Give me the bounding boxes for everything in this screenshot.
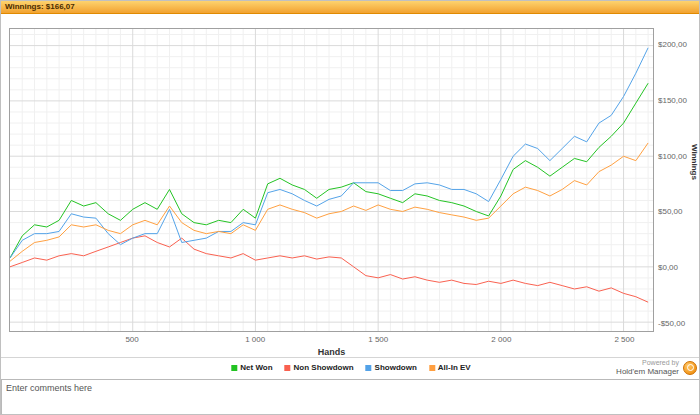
winnings-titlebar: Winnings: $166,07 bbox=[1, 1, 699, 14]
powered-by: Powered by Hold'em Manager bbox=[616, 359, 697, 376]
x-tick-label: 1 000 bbox=[245, 335, 265, 344]
x-tick-label: 2 000 bbox=[491, 335, 511, 344]
holdem-manager-logo-icon bbox=[683, 361, 697, 375]
y-tick-label: $50,00 bbox=[658, 207, 682, 216]
y-tick-label: $150,00 bbox=[658, 96, 687, 105]
legend-swatch bbox=[231, 365, 237, 371]
plot bbox=[9, 28, 654, 332]
legend-label: All-In EV bbox=[438, 363, 471, 372]
legend-item-non-showdown[interactable]: Non Showdown bbox=[285, 363, 354, 372]
chart-area: 5001 0001 5002 0002 500 -$50,00$0,00$50,… bbox=[1, 14, 700, 358]
x-tick-label: 2 500 bbox=[614, 335, 634, 344]
legend-item-all-in-ev[interactable]: All-In EV bbox=[429, 363, 471, 372]
legend-label: Showdown bbox=[375, 363, 417, 372]
legend: Net WonNon ShowdownShowdownAll-In EV bbox=[231, 363, 470, 372]
legend-swatch bbox=[429, 365, 435, 371]
legend-item-showdown[interactable]: Showdown bbox=[366, 363, 417, 372]
legend-item-net-won[interactable]: Net Won bbox=[231, 363, 272, 372]
powered-by-label: Powered by bbox=[616, 359, 679, 367]
x-tick-label: 1 500 bbox=[368, 335, 388, 344]
y-tick-label: $100,00 bbox=[658, 152, 687, 161]
x-axis-title: Hands bbox=[9, 347, 654, 357]
legend-swatch bbox=[285, 365, 291, 371]
plot-svg bbox=[10, 29, 653, 331]
x-tick-label: 500 bbox=[125, 335, 138, 344]
powered-by-text: Powered by Hold'em Manager bbox=[616, 359, 679, 376]
legend-label: Net Won bbox=[240, 363, 272, 372]
legend-swatch bbox=[366, 365, 372, 371]
winnings-total-label: Winnings: $166,07 bbox=[5, 2, 75, 11]
brand-label: Hold'em Manager bbox=[616, 367, 679, 376]
legend-label: Non Showdown bbox=[294, 363, 354, 372]
holdem-manager-graph-window: Winnings: $166,07 5001 0001 5002 0002 50… bbox=[0, 0, 700, 415]
y-tick-label: -$50,00 bbox=[658, 319, 685, 328]
y-tick-label: $0,00 bbox=[658, 263, 678, 272]
y-tick-label: $200,00 bbox=[658, 40, 687, 49]
comments-input[interactable] bbox=[1, 379, 700, 415]
legend-row: Net WonNon ShowdownShowdownAll-In EV Pow… bbox=[1, 358, 700, 379]
y-axis-title: Winnings bbox=[690, 144, 699, 180]
